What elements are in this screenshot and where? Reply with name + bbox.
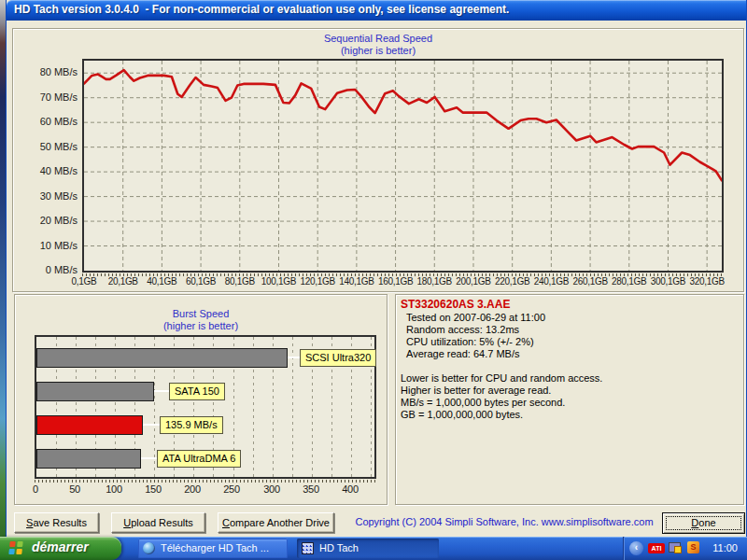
burst-x-tick-label: 350 — [303, 483, 318, 495]
hdtach-window: HD Tach version 3.0.4.0 - For non-commer… — [6, 0, 747, 537]
drive-info-detail: CPU utilization: 5% (+/- 2%) — [406, 336, 534, 347]
seq-y-tick-label: 20 MB/s — [29, 215, 78, 227]
seq-y-tick-label: 50 MB/s — [29, 141, 78, 153]
burst-chart-title: Burst Speed — [15, 308, 387, 319]
burst-bar-label: SATA 150 — [169, 383, 225, 400]
seq-y-tick-label: 0 MB/s — [29, 264, 78, 276]
hdtach-app-icon — [302, 542, 314, 554]
taskbar-task-hdtach[interactable]: HD Tach — [297, 539, 439, 558]
burst-x-tick-label: 0 — [33, 483, 38, 495]
burst-x-tick-label: 50 — [69, 483, 80, 495]
burst-bar-label: SCSI Ultra320 — [300, 349, 376, 367]
burst-bar-connector — [141, 457, 157, 459]
burst-chart-subtitle: (higher is better) — [15, 320, 387, 331]
seq-x-axis-ticks — [82, 273, 724, 276]
seq-x-tick-label: 160,1GB — [378, 276, 413, 287]
seq-x-tick-label: 240,1GB — [534, 276, 569, 287]
seq-x-tick-label: 320,1GB — [689, 276, 724, 287]
drive-info-note: Lower is better for CPU and random acces… — [401, 372, 602, 384]
windows-logo-icon — [8, 541, 23, 554]
seq-y-tick-label: 70 MB/s — [29, 91, 78, 104]
taskbar-clock: 11:00 — [712, 542, 738, 553]
copyright-text: Copyright (C) 2004 Simpli Software, Inc.… — [348, 516, 660, 527]
seq-x-tick-label: 200,1GB — [456, 276, 490, 287]
seq-x-tick-label: 20,1GB — [108, 276, 138, 287]
burst-x-axis-ticks — [35, 480, 376, 483]
display-icon[interactable] — [669, 542, 681, 553]
desktop-screen: HD Tach version 3.0.4.0 - For non-commer… — [0, 0, 747, 560]
sequential-read-plot — [82, 59, 724, 273]
ati-icon[interactable]: ATI — [648, 543, 665, 553]
seq-y-tick-label: 10 MB/s — [29, 240, 78, 252]
system-tray: ‹ ATI S 11:00 — [623, 537, 747, 560]
seq-x-tick-label: 220,1GB — [495, 276, 529, 287]
seq-y-tick-label: 40 MB/s — [29, 165, 78, 177]
seq-x-tick-label: 100,1GB — [261, 276, 296, 287]
burst-x-tick-label: 100 — [106, 483, 121, 495]
save-results-button[interactable]: Save Results — [14, 512, 99, 533]
burst-x-tick-label: 300 — [263, 483, 279, 495]
burst-bar-connector — [154, 390, 169, 392]
taskbar: démarrer Télécharger HD Tach ...HD Tach … — [0, 537, 747, 560]
burst-speed-bar-chart: SCSI Ultra320SATA 150135.9 MB/sATA Ultra… — [35, 335, 376, 479]
seq-y-tick-label: 30 MB/s — [29, 190, 78, 203]
drive-info-detail: Random access: 13.2ms — [406, 324, 519, 335]
seq-x-tick-label: 300,1GB — [651, 276, 685, 287]
burst-bar-label: ATA UltraDMA 6 — [157, 450, 241, 468]
compare-another-drive-button[interactable]: Compare Another Drive — [218, 512, 334, 533]
seq-x-tick-label: 180,1GB — [417, 276, 452, 287]
collapse-chevron-icon[interactable]: ‹ — [629, 541, 643, 555]
taskbar-task-telecharger[interactable]: Télécharger HD Tach ... — [138, 539, 288, 558]
burst-x-tick-label: 200 — [184, 483, 200, 495]
done-button-focus-rect — [666, 516, 741, 530]
burst-bar-reference — [36, 382, 154, 401]
seq-x-tick-label: 260,1GB — [572, 276, 607, 287]
burst-bar-measured — [36, 415, 143, 435]
seq-x-tick-label: 0,1GB — [72, 276, 97, 287]
burst-bar-connector — [143, 424, 160, 426]
burst-x-tick-label: 400 — [342, 483, 358, 495]
seq-y-tick-label: 60 MB/s — [29, 116, 78, 128]
burst-bar-connector — [288, 357, 300, 358]
sequential-read-speed-line — [84, 70, 722, 180]
seq-x-tick-label: 280,1GB — [612, 276, 646, 287]
burst-x-tick-label: 150 — [145, 483, 161, 495]
drive-info-note: GB = 1,000,000,000 bytes. — [401, 409, 523, 420]
burst-bar-label: 135.9 MB/s — [160, 416, 223, 434]
done-button[interactable]: Done — [662, 512, 745, 534]
seq-x-tick-label: 60,1GB — [186, 276, 216, 287]
sequential-read-line-chart — [84, 61, 722, 271]
seq-chart-subtitle: (higher is better) — [13, 45, 743, 56]
drive-info-detail: Average read: 64.7 MB/s — [406, 348, 519, 359]
seq-chart-title: Sequential Read Speed — [13, 33, 743, 44]
drive-info-note: MB/s = 1,000,000 bytes per second. — [401, 397, 565, 408]
drive-info-note: Higher is better for average read. — [401, 385, 551, 396]
start-button[interactable]: démarrer — [0, 537, 121, 560]
start-button-label: démarrer — [32, 539, 89, 554]
seq-x-tick-label: 80,1GB — [225, 276, 255, 287]
window-titlebar[interactable]: HD Tach version 3.0.4.0 - For non-commer… — [7, 0, 746, 21]
drive-info-panel: ST3320620AS 3.AAE Tested on 2007-06-29 a… — [395, 294, 744, 505]
orange-utility-icon[interactable]: S — [687, 541, 699, 553]
seq-y-tick-label: 80 MB/s — [29, 66, 78, 78]
seq-x-tick-label: 120,1GB — [300, 276, 334, 287]
window-title: HD Tach version 3.0.4.0 - For non-commer… — [14, 3, 509, 16]
upload-results-button[interactable]: Upload Results — [111, 512, 205, 533]
burst-bar-reference — [36, 348, 288, 368]
burst-x-tick-label: 250 — [223, 483, 239, 495]
seq-x-tick-label: 40,1GB — [147, 276, 176, 287]
ie-globe-icon — [143, 542, 155, 554]
burst-bar-reference — [36, 449, 141, 469]
drive-model: ST3320620AS 3.AAE — [401, 298, 510, 311]
drive-info-detail: Tested on 2007-06-29 at 11:00 — [406, 312, 545, 323]
seq-x-tick-label: 140,1GB — [339, 276, 374, 287]
